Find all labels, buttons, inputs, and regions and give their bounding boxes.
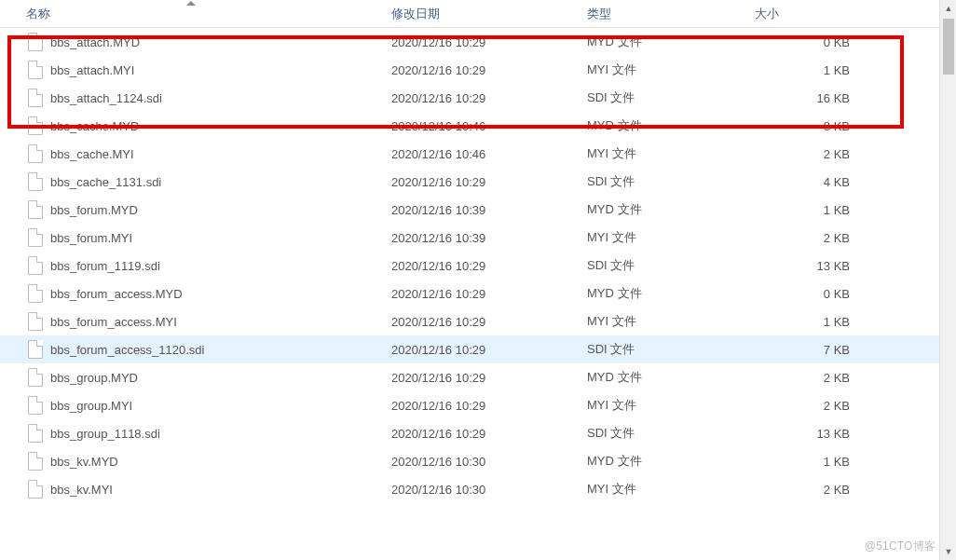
file-icon (28, 89, 43, 107)
file-date-cell: 2020/12/16 10:30 (382, 455, 578, 469)
file-size-cell: 16 KB (745, 91, 885, 105)
column-header-date[interactable]: 修改日期 (382, 0, 578, 27)
file-name-cell[interactable]: bbs_forum.MYD (0, 200, 382, 219)
file-name-cell[interactable]: bbs_forum.MYI (0, 228, 382, 247)
file-type-cell: SDI 文件 (578, 425, 745, 442)
file-name-cell[interactable]: bbs_forum_access.MYI (0, 312, 382, 331)
file-name-label: bbs_attach.MYD (50, 35, 140, 49)
file-size-cell: 8 KB (745, 119, 885, 133)
file-type-cell: MYD 文件 (578, 34, 745, 50)
file-type-cell: MYI 文件 (578, 313, 745, 330)
file-name-cell[interactable]: bbs_forum_1119.sdi (0, 256, 382, 275)
file-type-cell: SDI 文件 (578, 257, 745, 274)
file-row[interactable]: bbs_group_1118.sdi2020/12/16 10:29SDI 文件… (0, 419, 956, 447)
vertical-scrollbar[interactable]: ▲ ▼ (939, 0, 956, 560)
file-size-cell: 2 KB (745, 399, 885, 413)
file-row[interactable]: bbs_attach_1124.sdi2020/12/16 10:29SDI 文… (0, 84, 956, 112)
file-name-cell[interactable]: bbs_group.MYD (0, 368, 382, 387)
file-name-cell[interactable]: bbs_forum_access_1120.sdi (0, 340, 382, 359)
file-date-cell: 2020/12/16 10:29 (382, 427, 578, 441)
file-icon (28, 284, 43, 303)
file-size-cell: 4 KB (745, 175, 885, 189)
file-row[interactable]: bbs_attach.MYI2020/12/16 10:29MYI 文件1 KB (0, 56, 956, 84)
file-row[interactable]: bbs_cache.MYI2020/12/16 10:46MYI 文件2 KB (0, 140, 956, 168)
file-name-label: bbs_cache.MYI (50, 147, 134, 161)
column-header-name[interactable]: 名称 (0, 0, 382, 27)
file-name-cell[interactable]: bbs_cache.MYI (0, 144, 382, 163)
file-row[interactable]: bbs_group.MYD2020/12/16 10:29MYD 文件2 KB (0, 363, 956, 391)
file-type-cell: MYD 文件 (578, 369, 745, 386)
file-row[interactable]: bbs_forum_access.MYD2020/12/16 10:29MYD … (0, 280, 956, 307)
file-name-label: bbs_forum.MYI (50, 231, 132, 245)
file-name-cell[interactable]: bbs_cache.MYD (0, 116, 382, 135)
file-name-cell[interactable]: bbs_attach.MYI (0, 61, 382, 79)
file-icon (28, 340, 43, 359)
column-header-name-label: 名称 (26, 6, 50, 22)
file-name-label: bbs_cache_1131.sdi (50, 175, 161, 189)
file-name-cell[interactable]: bbs_group.MYI (0, 396, 382, 415)
file-name-label: bbs_group.MYD (50, 371, 138, 385)
file-name-cell[interactable]: bbs_forum_access.MYD (0, 284, 382, 303)
file-row[interactable]: bbs_attach.MYD2020/12/16 10:29MYD 文件0 KB (0, 28, 956, 56)
file-icon (28, 200, 43, 219)
file-name-cell[interactable]: bbs_attach.MYD (0, 33, 382, 51)
file-row[interactable]: bbs_group.MYI2020/12/16 10:29MYI 文件2 KB (0, 391, 956, 419)
file-name-label: bbs_forum_access_1120.sdi (50, 343, 205, 357)
file-icon (28, 144, 43, 163)
file-icon (28, 61, 43, 79)
file-row[interactable]: bbs_forum_access_1120.sdi2020/12/16 10:2… (0, 335, 956, 363)
file-icon (28, 312, 43, 331)
file-icon (28, 116, 43, 135)
file-size-cell: 2 KB (745, 231, 885, 245)
file-size-cell: 0 KB (745, 35, 885, 49)
file-row[interactable]: bbs_forum_1119.sdi2020/12/16 10:29SDI 文件… (0, 252, 956, 280)
file-type-cell: MYD 文件 (578, 285, 745, 302)
scrollbar-down-button[interactable]: ▼ (940, 543, 956, 560)
file-type-cell: SDI 文件 (578, 173, 745, 190)
file-row[interactable]: bbs_forum.MYI2020/12/16 10:39MYI 文件2 KB (0, 224, 956, 252)
scrollbar-thumb[interactable] (943, 19, 954, 75)
file-icon (28, 368, 43, 387)
file-name-cell[interactable]: bbs_group_1118.sdi (0, 424, 382, 443)
file-date-cell: 2020/12/16 10:29 (382, 371, 578, 385)
file-name-label: bbs_attach.MYI (50, 63, 134, 77)
scrollbar-up-button[interactable]: ▲ (940, 0, 956, 17)
file-row[interactable]: bbs_cache_1131.sdi2020/12/16 10:29SDI 文件… (0, 168, 956, 196)
file-name-label: bbs_forum_1119.sdi (50, 259, 160, 273)
file-name-label: bbs_cache.MYD (50, 119, 139, 133)
file-icon (28, 452, 43, 471)
file-icon (28, 33, 43, 51)
file-date-cell: 2020/12/16 10:46 (382, 119, 578, 133)
file-type-cell: SDI 文件 (578, 89, 745, 106)
column-header-size-label: 大小 (755, 6, 779, 22)
file-date-cell: 2020/12/16 10:29 (382, 287, 578, 301)
column-header-size[interactable]: 大小 (745, 0, 885, 27)
file-row[interactable]: bbs_kv.MYI2020/12/16 10:30MYI 文件2 KB (0, 475, 956, 503)
file-size-cell: 2 KB (745, 147, 885, 161)
file-date-cell: 2020/12/16 10:29 (382, 315, 578, 329)
file-name-cell[interactable]: bbs_kv.MYI (0, 480, 382, 499)
file-row[interactable]: bbs_cache.MYD2020/12/16 10:46MYD 文件8 KB (0, 112, 956, 140)
file-rows-container: bbs_attach.MYD2020/12/16 10:29MYD 文件0 KB… (0, 28, 956, 503)
column-header-type[interactable]: 类型 (578, 0, 745, 27)
file-type-cell: MYI 文件 (578, 481, 745, 498)
file-type-cell: MYD 文件 (578, 453, 745, 470)
file-name-label: bbs_kv.MYD (50, 455, 118, 469)
file-row[interactable]: bbs_forum.MYD2020/12/16 10:39MYD 文件1 KB (0, 196, 956, 224)
file-type-cell: MYI 文件 (578, 229, 745, 246)
file-name-cell[interactable]: bbs_attach_1124.sdi (0, 89, 382, 107)
file-size-cell: 1 KB (745, 455, 885, 469)
file-size-cell: 0 KB (745, 287, 885, 301)
file-size-cell: 1 KB (745, 315, 885, 329)
watermark-text: @51CTO博客 (865, 539, 936, 554)
file-name-label: bbs_group.MYI (50, 399, 132, 413)
file-name-label: bbs_forum_access.MYD (50, 287, 183, 301)
file-name-cell[interactable]: bbs_kv.MYD (0, 452, 382, 471)
file-row[interactable]: bbs_kv.MYD2020/12/16 10:30MYD 文件1 KB (0, 447, 956, 475)
file-icon (28, 256, 43, 275)
file-size-cell: 13 KB (745, 259, 885, 273)
file-size-cell: 1 KB (745, 203, 885, 217)
column-header-row: 名称 修改日期 类型 大小 (0, 0, 956, 28)
file-name-cell[interactable]: bbs_cache_1131.sdi (0, 172, 382, 191)
file-row[interactable]: bbs_forum_access.MYI2020/12/16 10:29MYI … (0, 307, 956, 335)
